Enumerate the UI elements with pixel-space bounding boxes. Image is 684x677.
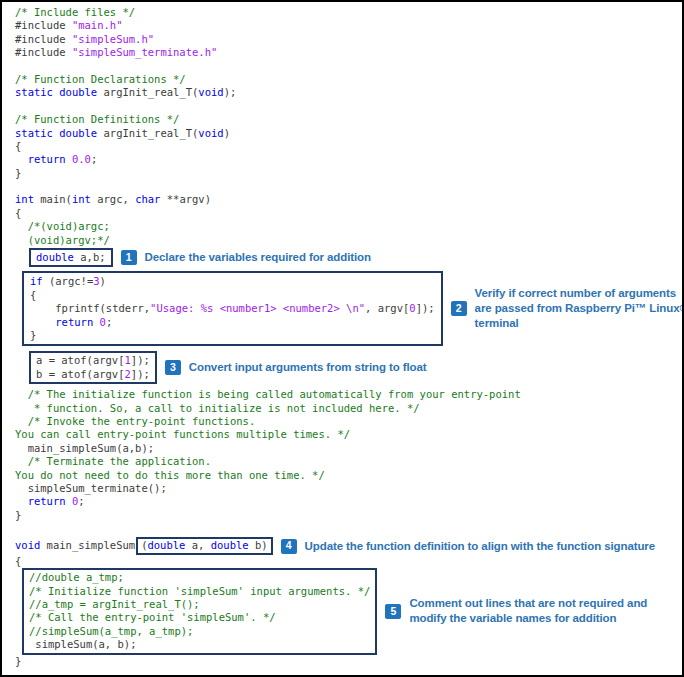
code-token: /* Call the entry-point 'simpleSum'. */ [29, 611, 276, 623]
code-token: argInit_real_T( [97, 86, 198, 98]
highlight-box: a = atof(argv[1]);b = atof(argv[2]); [29, 351, 157, 384]
code-token: #include [15, 19, 72, 31]
code-token: } [15, 655, 21, 667]
callout-text-line: Verify if correct number of arguments [475, 286, 684, 301]
code-line: main_simpleSum(a,b); [15, 442, 682, 455]
code-token: simpleSum_terminate(); [15, 482, 167, 494]
code-token: You do not need to do this more than one… [15, 469, 325, 481]
code-token: ; [106, 316, 112, 328]
code-token: "main.h" [72, 19, 123, 31]
code-token: ]); [131, 368, 150, 380]
code-token: /* Initialize function 'simpleSum' input… [29, 585, 370, 597]
callout-badge-2: 2 [451, 301, 467, 316]
code-token: ) [224, 127, 230, 139]
code-annotated-row: if (argc!=3){ fprintf(stderr,"Usage: %s … [22, 271, 682, 346]
code-line: { [15, 555, 682, 568]
code-token: main_simpleSum(a,b); [15, 442, 154, 454]
code-line: simpleSum(a, b); [29, 638, 370, 651]
code-token: void [198, 127, 223, 139]
callout-text-3: Convert input arguments from string to f… [189, 360, 427, 375]
code-token: { [30, 289, 36, 301]
code-token: double [36, 251, 74, 263]
code-token: /* The initialize function is being call… [15, 388, 521, 400]
highlight-box: //double a_tmp;/* Initialize function 's… [22, 568, 377, 654]
code-token: //double a_tmp; [29, 571, 124, 583]
code-annotated-row: a = atof(argv[1]);b = atof(argv[2]);3Con… [29, 351, 682, 384]
code-line: void main_simpleSum [15, 539, 135, 552]
code-token: **argv) [160, 193, 211, 205]
code-token: } [30, 329, 36, 341]
callout-4: 4Update the function definition to align… [281, 539, 655, 554]
code-line: simpleSum_terminate(); [15, 482, 682, 495]
code-line: if (argc!=3) [30, 275, 435, 288]
code-line: } [30, 329, 435, 342]
code-token: //simpleSum(a_tmp, a_tmp); [29, 625, 193, 637]
code-token: a,b; [74, 251, 106, 263]
callout-text-2: Verify if correct number of argumentsare… [475, 286, 684, 331]
code-block: /* The initialize function is being call… [15, 388, 682, 535]
code-line: /* Terminate the application. [15, 455, 682, 468]
code-token: "Usage: %s <number1> <number2> \n" [150, 302, 365, 314]
callout-3: 3Convert input arguments from string to … [165, 360, 427, 375]
callout-text-line: are passed from Raspberry Pi™ Linux® [475, 301, 684, 316]
callout-badge-3: 3 [165, 360, 181, 375]
code-line: //double a_tmp; [29, 571, 370, 584]
code-token: "simpleSum.h" [72, 33, 154, 45]
code-token [15, 495, 28, 507]
code-token: /* Function Declarations */ [15, 73, 186, 85]
code-token: 0.0 [72, 153, 91, 165]
code-line: } [15, 167, 682, 180]
callout-text-4: Update the function definition to align … [305, 539, 655, 554]
code-token: //a_tmp = argInit_real_T(); [29, 598, 200, 610]
code-line [15, 180, 682, 193]
code-token: static [15, 86, 53, 98]
code-token: (void)argv;*/ [15, 234, 110, 246]
highlight-box: (double a, double b) [136, 537, 272, 554]
callout-2: 2Verify if correct number of argumentsar… [451, 286, 684, 331]
code-token: void [198, 86, 223, 98]
annotated-code-screenshot: /* Include files */#include "main.h"#inc… [0, 0, 684, 677]
callout-badge-5: 5 [385, 604, 401, 619]
code-token: argInit_real_T( [97, 127, 198, 139]
code-line [15, 100, 682, 113]
code-token: "simpleSum_terminate.h" [72, 46, 217, 58]
code-line: /* Function Definitions */ [15, 113, 682, 126]
code-line: double a,b; [36, 251, 106, 264]
callout-text-line: Declare the variables required for addit… [145, 250, 371, 265]
code-token: ]); [131, 354, 150, 366]
code-token: b = atof(argv[ [36, 368, 125, 380]
code-line: return 0; [15, 495, 682, 508]
highlight-box: double a,b; [29, 248, 113, 267]
code-token: } [15, 509, 21, 521]
code-token: /* Include files */ [15, 6, 135, 18]
code-line: return 0.0; [15, 153, 682, 166]
code-token: main( [34, 193, 72, 205]
code-line: { [15, 140, 682, 153]
code-line: You can call entry-point functions multi… [15, 428, 682, 441]
code-token: double [147, 539, 185, 551]
code-token: double [59, 127, 97, 139]
code-line: #include "simpleSum_terminate.h" [15, 46, 682, 59]
code-block: /* Include files */#include "main.h"#inc… [15, 6, 682, 247]
callout-text-line: modify the variable names for addition [409, 611, 647, 626]
highlight-box: if (argc!=3){ fprintf(stderr,"Usage: %s … [22, 271, 443, 346]
code-line: (void)argv;*/ [15, 234, 682, 247]
code-token [30, 316, 55, 328]
code-line: /*(void)argc; [15, 220, 682, 233]
code-line: } [15, 655, 682, 668]
code-line: b = atof(argv[2]); [36, 368, 150, 381]
code-line: static double argInit_real_T(void); [15, 86, 682, 99]
code-token: { [15, 207, 21, 219]
code-block: { [15, 555, 682, 568]
callout-text-5: Comment out lines that are not required … [409, 596, 647, 626]
code-token: { [15, 555, 21, 567]
code-token: return [28, 495, 66, 507]
code-line: a = atof(argv[1]); [36, 354, 150, 367]
callout-text-line: Comment out lines that are not required … [409, 596, 647, 611]
code-line: * function. So, a call to initialize is … [15, 402, 682, 415]
code-token: char [135, 193, 160, 205]
code-line: /* Call the entry-point 'simpleSum'. */ [29, 611, 370, 624]
code-line: /* Initialize function 'simpleSum' input… [29, 585, 370, 598]
callout-text-line: Convert input arguments from string to f… [189, 360, 427, 375]
code-token: argc, [91, 193, 135, 205]
